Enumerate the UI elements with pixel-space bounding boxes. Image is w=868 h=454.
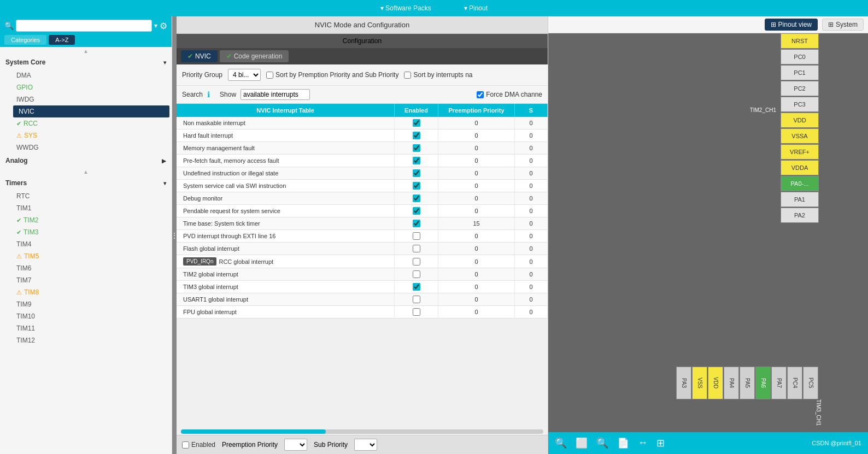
interrupt-enabled[interactable] <box>395 180 438 192</box>
enabled-checkbox[interactable] <box>413 194 420 202</box>
pinout-menu[interactable]: ▾ Pinout <box>464 4 488 12</box>
arrow-icon[interactable]: ↔ <box>638 437 648 449</box>
sidebar-item-tim12[interactable]: TIM12 <box>11 334 172 346</box>
enabled-checkbox[interactable] <box>413 308 420 316</box>
sort-interrupts-checkbox[interactable] <box>404 72 411 79</box>
interrupt-enabled[interactable] <box>395 117 438 129</box>
pin-pc1[interactable]: PC1 <box>781 65 819 80</box>
interrupt-enabled[interactable] <box>395 230 438 242</box>
enabled-checkbox[interactable] <box>413 258 420 266</box>
section-system-core-header[interactable]: System Core ▾ <box>0 55 172 69</box>
sidebar-item-tim10[interactable]: TIM10 <box>11 310 172 322</box>
pin-nrst[interactable]: NRST <box>781 33 819 49</box>
pin-pa0[interactable]: PA0-... <box>781 176 819 191</box>
force-dma-checkbox[interactable] <box>477 91 484 98</box>
enabled-checkbox[interactable] <box>413 119 420 127</box>
sidebar-item-rtc[interactable]: RTC <box>11 190 172 202</box>
sidebar-item-tim6[interactable]: TIM6 <box>11 262 172 274</box>
pin-pa3[interactable]: PA3 <box>676 367 691 399</box>
section-analog-header[interactable]: Analog ▶ <box>0 154 172 168</box>
info-icon[interactable]: ℹ <box>207 90 210 99</box>
interrupt-enabled[interactable] <box>395 281 438 293</box>
pin-pa1[interactable]: PA1 <box>781 192 819 207</box>
pin-pc2[interactable]: PC2 <box>781 81 819 96</box>
tab-nvic[interactable]: ✔ NVIC <box>181 50 218 62</box>
interrupt-enabled[interactable] <box>395 167 438 179</box>
interrupt-enabled[interactable] <box>395 255 438 268</box>
sidebar-item-tim3[interactable]: ✔TIM3 <box>11 226 172 238</box>
enabled-checkbox[interactable] <box>413 270 420 278</box>
sidebar-item-tim2[interactable]: ✔TIM2 <box>11 214 172 226</box>
pin-vss[interactable]: VSS <box>692 367 707 399</box>
interrupt-enabled[interactable] <box>395 268 438 280</box>
pin-pc3[interactable]: PC3 <box>781 97 819 112</box>
sidebar-item-tim8[interactable]: ⚠TIM8 <box>11 286 172 298</box>
interrupt-enabled[interactable] <box>395 205 438 217</box>
interrupt-enabled[interactable] <box>395 192 438 204</box>
pin-pa7[interactable]: PA7 <box>771 367 787 399</box>
sidebar-item-tim11[interactable]: TIM11 <box>11 322 172 334</box>
sub-bottom-select[interactable] <box>354 439 377 451</box>
timers-scroll-up[interactable]: ▲ <box>0 168 172 176</box>
sidebar-item-rcc[interactable]: ✔RCC <box>11 117 172 129</box>
sidebar-search-input[interactable] <box>16 20 152 32</box>
sidebar-item-gpio[interactable]: GPIO <box>11 81 172 93</box>
enabled-bottom-checkbox[interactable] <box>182 441 189 449</box>
pin-vref[interactable]: VREF+ <box>781 144 819 160</box>
panel-divider[interactable] <box>172 16 177 454</box>
zoom-in-icon[interactable]: 🔍 <box>555 437 567 449</box>
pin-pc0[interactable]: PC0 <box>781 49 819 64</box>
scroll-up-arrow[interactable]: ▲ <box>0 47 172 55</box>
interrupt-enabled[interactable] <box>395 142 438 154</box>
zoom-out-icon[interactable]: 🔍 <box>596 437 608 449</box>
interrupt-enabled[interactable] <box>395 129 438 141</box>
interrupt-enabled[interactable] <box>395 293 438 305</box>
sidebar-item-tim5[interactable]: ⚠TIM5 <box>11 250 172 262</box>
enabled-checkbox[interactable] <box>413 232 420 240</box>
enabled-checkbox[interactable] <box>413 169 420 177</box>
sidebar-item-tim7[interactable]: TIM7 <box>11 274 172 286</box>
enabled-checkbox[interactable] <box>413 182 420 190</box>
pin-vssa[interactable]: VSSA <box>781 128 819 144</box>
interrupt-enabled[interactable] <box>395 306 438 318</box>
enabled-checkbox[interactable] <box>413 245 420 252</box>
enabled-checkbox[interactable] <box>413 207 420 215</box>
pin-vdd[interactable]: VDD <box>781 113 819 128</box>
pin-pa4[interactable]: PA4 <box>724 367 739 399</box>
pin-pc4[interactable]: PC4 <box>787 367 802 399</box>
pin-vdd-b[interactable]: VDD <box>708 367 723 399</box>
tab-categories[interactable]: Categories <box>4 35 46 45</box>
sidebar-item-nvic[interactable]: NVIC <box>13 105 169 117</box>
pin-pa5[interactable]: PA5 <box>740 367 755 399</box>
enabled-checkbox[interactable] <box>413 283 420 291</box>
enabled-checkbox[interactable] <box>413 144 420 152</box>
sort-premption-checkbox[interactable] <box>266 72 273 79</box>
split-icon[interactable]: ⊞ <box>656 437 665 449</box>
preemption-bottom-select[interactable] <box>284 439 307 451</box>
sidebar-item-tim9[interactable]: TIM9 <box>11 298 172 310</box>
interrupt-enabled[interactable] <box>395 243 438 255</box>
system-button[interactable]: ⊞ System <box>822 19 864 31</box>
enabled-checkbox[interactable] <box>413 296 420 303</box>
show-select[interactable]: available interrupts <box>241 89 310 100</box>
pin-vdda[interactable]: VDDA <box>781 160 819 175</box>
priority-group-select[interactable]: 4 bi... <box>228 69 261 81</box>
tab-code-gen[interactable]: ✔ Code generation <box>220 50 289 62</box>
pinout-view-button[interactable]: ⊞ Pinout view <box>765 19 818 31</box>
enabled-checkbox[interactable] <box>413 132 420 139</box>
frame-icon[interactable]: ⬜ <box>576 437 588 449</box>
sidebar-item-dma[interactable]: DMA <box>11 69 172 81</box>
dropdown-icon[interactable]: ▾ <box>154 22 157 30</box>
sidebar-item-tim1[interactable]: TIM1 <box>11 202 172 214</box>
tab-az[interactable]: A->Z <box>49 35 75 45</box>
sidebar-item-sys[interactable]: ⚠SYS <box>11 129 172 141</box>
sidebar-item-iwdg[interactable]: IWDG <box>11 93 172 105</box>
enabled-checkbox[interactable] <box>413 220 420 227</box>
pin-pa6[interactable]: PA6 <box>755 367 771 399</box>
interrupt-enabled[interactable] <box>395 217 438 229</box>
enabled-checkbox[interactable] <box>413 157 420 164</box>
horizontal-scrollbar[interactable] <box>181 429 543 434</box>
section-timers-header[interactable]: Timers ▾ <box>0 176 172 190</box>
sidebar-item-wwdg[interactable]: WWDG <box>11 141 172 154</box>
gear-icon[interactable]: ⚙ <box>160 21 167 31</box>
